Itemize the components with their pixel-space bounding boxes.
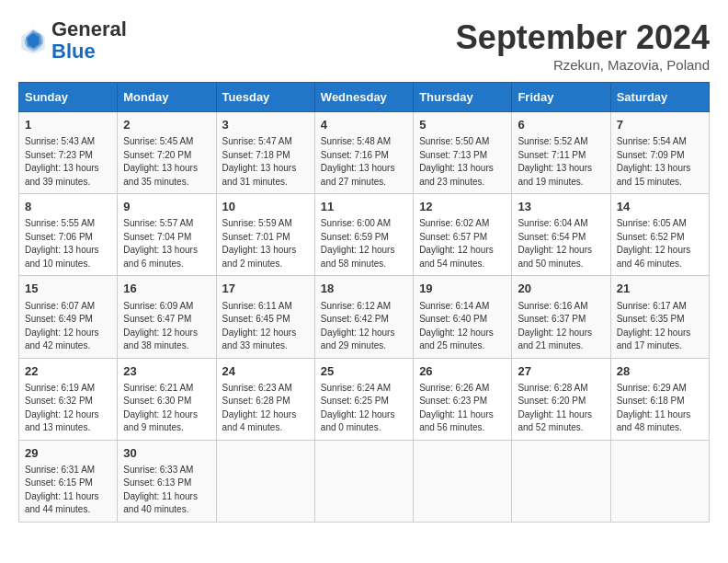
calendar-cell: 2Sunrise: 5:45 AM Sunset: 7:20 PM Daylig… [118, 112, 216, 194]
calendar-cell: 4Sunrise: 5:48 AM Sunset: 7:16 PM Daylig… [314, 112, 413, 194]
calendar-cell: 12Sunrise: 6:02 AM Sunset: 6:57 PM Dayli… [414, 194, 512, 276]
calendar-cell: 30Sunrise: 6:33 AM Sunset: 6:13 PM Dayli… [118, 440, 216, 522]
location: Rzekun, Mazovia, Poland [456, 57, 710, 73]
calendar-week-row: 15Sunrise: 6:07 AM Sunset: 6:49 PM Dayli… [19, 276, 710, 358]
day-content: Sunrise: 5:55 AM Sunset: 7:06 PM Dayligh… [25, 217, 111, 270]
calendar-cell: 11Sunrise: 6:00 AM Sunset: 6:59 PM Dayli… [314, 194, 413, 276]
calendar-header: SundayMondayTuesdayWednesdayThursdayFrid… [19, 83, 710, 112]
calendar-cell: 25Sunrise: 6:24 AM Sunset: 6:25 PM Dayli… [314, 358, 413, 440]
day-content: Sunrise: 6:07 AM Sunset: 6:49 PM Dayligh… [25, 300, 111, 353]
weekday-header: Monday [118, 83, 216, 112]
calendar-cell: 15Sunrise: 6:07 AM Sunset: 6:49 PM Dayli… [19, 276, 118, 358]
day-content: Sunrise: 6:09 AM Sunset: 6:47 PM Dayligh… [123, 300, 210, 353]
day-number: 8 [25, 199, 111, 215]
calendar-body: 1Sunrise: 5:43 AM Sunset: 7:23 PM Daylig… [19, 112, 710, 523]
day-number: 26 [419, 363, 506, 380]
weekday-header: Thursday [414, 83, 512, 112]
calendar-cell: 1Sunrise: 5:43 AM Sunset: 7:23 PM Daylig… [19, 112, 118, 194]
day-content: Sunrise: 6:28 AM Sunset: 6:20 PM Dayligh… [518, 382, 604, 435]
calendar-cell: 7Sunrise: 5:54 AM Sunset: 7:09 PM Daylig… [610, 112, 709, 194]
day-content: Sunrise: 5:48 AM Sunset: 7:16 PM Dayligh… [321, 135, 407, 189]
day-content: Sunrise: 6:14 AM Sunset: 6:40 PM Dayligh… [419, 300, 506, 353]
calendar-cell: 6Sunrise: 5:52 AM Sunset: 7:11 PM Daylig… [512, 112, 610, 194]
month-title: September 2024 [456, 18, 710, 57]
calendar-cell: 20Sunrise: 6:16 AM Sunset: 6:37 PM Dayli… [512, 276, 610, 358]
calendar-cell: 22Sunrise: 6:19 AM Sunset: 6:32 PM Dayli… [19, 358, 118, 440]
day-content: Sunrise: 5:45 AM Sunset: 7:20 PM Dayligh… [123, 135, 210, 189]
day-content: Sunrise: 6:33 AM Sunset: 6:13 PM Dayligh… [123, 464, 210, 517]
calendar-week-row: 8Sunrise: 5:55 AM Sunset: 7:06 PM Daylig… [19, 194, 710, 276]
weekday-header: Sunday [19, 83, 118, 112]
title-block: September 2024 Rzekun, Mazovia, Poland [456, 18, 710, 73]
calendar-cell: 21Sunrise: 6:17 AM Sunset: 6:35 PM Dayli… [610, 276, 709, 358]
calendar-cell: 8Sunrise: 5:55 AM Sunset: 7:06 PM Daylig… [19, 194, 118, 276]
logo-text: General Blue [51, 18, 127, 63]
calendar-cell [414, 440, 512, 522]
day-number: 24 [222, 363, 309, 380]
day-content: Sunrise: 6:00 AM Sunset: 6:59 PM Dayligh… [321, 217, 407, 270]
day-number: 17 [222, 281, 309, 297]
day-number: 30 [123, 445, 210, 462]
calendar-cell: 9Sunrise: 5:57 AM Sunset: 7:04 PM Daylig… [118, 194, 216, 276]
day-content: Sunrise: 5:43 AM Sunset: 7:23 PM Dayligh… [25, 135, 111, 189]
calendar-week-row: 29Sunrise: 6:31 AM Sunset: 6:15 PM Dayli… [19, 440, 710, 522]
day-number: 6 [518, 117, 604, 133]
calendar-week-row: 22Sunrise: 6:19 AM Sunset: 6:32 PM Dayli… [19, 358, 710, 440]
day-content: Sunrise: 6:02 AM Sunset: 6:57 PM Dayligh… [419, 217, 506, 270]
day-number: 15 [25, 281, 111, 297]
day-content: Sunrise: 5:52 AM Sunset: 7:11 PM Dayligh… [518, 135, 604, 189]
day-content: Sunrise: 6:29 AM Sunset: 6:18 PM Dayligh… [617, 382, 703, 435]
calendar-cell [216, 440, 314, 522]
weekday-row: SundayMondayTuesdayWednesdayThursdayFrid… [19, 83, 710, 112]
calendar-cell [314, 440, 413, 522]
day-number: 20 [518, 281, 604, 297]
calendar-cell [610, 440, 709, 522]
day-number: 9 [123, 199, 210, 215]
day-number: 29 [25, 445, 111, 462]
day-content: Sunrise: 6:04 AM Sunset: 6:54 PM Dayligh… [518, 217, 604, 270]
day-number: 5 [419, 117, 506, 133]
weekday-header: Tuesday [216, 83, 314, 112]
day-number: 18 [321, 281, 407, 297]
page-header: General Blue September 2024 Rzekun, Mazo… [18, 18, 710, 73]
day-number: 2 [123, 117, 210, 133]
logo: General Blue [18, 18, 127, 63]
day-content: Sunrise: 6:21 AM Sunset: 6:30 PM Dayligh… [123, 382, 210, 435]
day-number: 21 [617, 281, 703, 297]
day-number: 23 [123, 363, 210, 380]
weekday-header: Saturday [610, 83, 709, 112]
day-content: Sunrise: 5:57 AM Sunset: 7:04 PM Dayligh… [123, 217, 210, 270]
calendar-cell: 18Sunrise: 6:12 AM Sunset: 6:42 PM Dayli… [314, 276, 413, 358]
calendar-cell: 13Sunrise: 6:04 AM Sunset: 6:54 PM Dayli… [512, 194, 610, 276]
day-number: 27 [518, 363, 604, 380]
day-content: Sunrise: 5:59 AM Sunset: 7:01 PM Dayligh… [222, 217, 309, 270]
calendar-cell: 28Sunrise: 6:29 AM Sunset: 6:18 PM Dayli… [610, 358, 709, 440]
day-content: Sunrise: 6:24 AM Sunset: 6:25 PM Dayligh… [321, 382, 407, 435]
calendar-cell: 3Sunrise: 5:47 AM Sunset: 7:18 PM Daylig… [216, 112, 314, 194]
day-number: 25 [321, 363, 407, 380]
calendar-table: SundayMondayTuesdayWednesdayThursdayFrid… [18, 82, 710, 523]
day-content: Sunrise: 6:19 AM Sunset: 6:32 PM Dayligh… [25, 382, 111, 435]
day-number: 12 [419, 199, 506, 215]
day-number: 11 [321, 199, 407, 215]
weekday-header: Wednesday [314, 83, 413, 112]
calendar-cell: 16Sunrise: 6:09 AM Sunset: 6:47 PM Dayli… [118, 276, 216, 358]
calendar-cell: 14Sunrise: 6:05 AM Sunset: 6:52 PM Dayli… [610, 194, 709, 276]
day-content: Sunrise: 6:16 AM Sunset: 6:37 PM Dayligh… [518, 300, 604, 353]
day-content: Sunrise: 5:47 AM Sunset: 7:18 PM Dayligh… [222, 135, 309, 189]
day-number: 3 [222, 117, 309, 133]
calendar-cell: 17Sunrise: 6:11 AM Sunset: 6:45 PM Dayli… [216, 276, 314, 358]
day-number: 10 [222, 199, 309, 215]
day-content: Sunrise: 6:11 AM Sunset: 6:45 PM Dayligh… [222, 300, 309, 353]
day-number: 4 [321, 117, 407, 133]
calendar-cell: 5Sunrise: 5:50 AM Sunset: 7:13 PM Daylig… [414, 112, 512, 194]
day-number: 13 [518, 199, 604, 215]
day-content: Sunrise: 6:12 AM Sunset: 6:42 PM Dayligh… [321, 300, 407, 353]
calendar-cell [512, 440, 610, 522]
day-content: Sunrise: 6:31 AM Sunset: 6:15 PM Dayligh… [25, 464, 111, 517]
calendar-cell: 29Sunrise: 6:31 AM Sunset: 6:15 PM Dayli… [19, 440, 118, 522]
logo-icon [18, 26, 48, 55]
calendar-cell: 26Sunrise: 6:26 AM Sunset: 6:23 PM Dayli… [414, 358, 512, 440]
day-number: 14 [617, 199, 703, 215]
calendar-cell: 23Sunrise: 6:21 AM Sunset: 6:30 PM Dayli… [118, 358, 216, 440]
